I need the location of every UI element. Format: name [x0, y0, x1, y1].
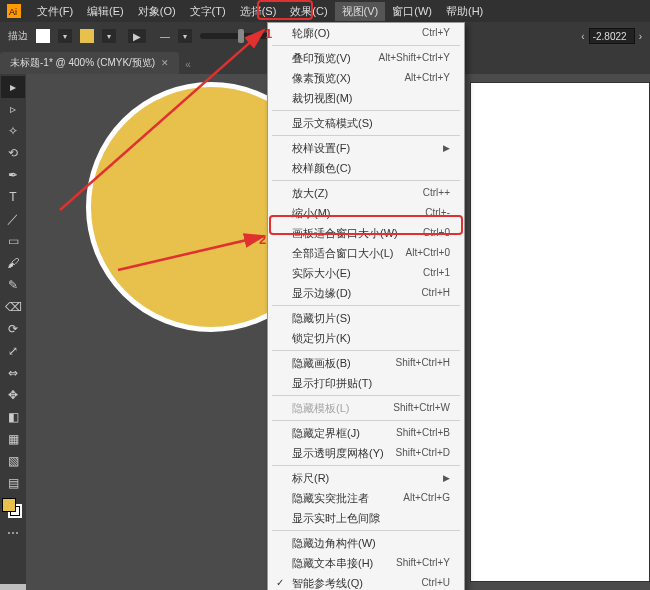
- magic-wand-tool-icon[interactable]: ✧: [1, 120, 25, 142]
- rectangle-tool-icon[interactable]: ▭: [1, 230, 25, 252]
- menu-item[interactable]: 显示打印拼贴(T): [268, 373, 464, 393]
- mesh-tool-icon[interactable]: ▧: [1, 450, 25, 472]
- menu-type[interactable]: 文字(T): [183, 2, 233, 21]
- annotation-number-2: 2: [259, 232, 266, 247]
- dash-dropdown-icon[interactable]: ▾: [178, 29, 192, 43]
- menu-item[interactable]: 轮廓(O)Ctrl+Y: [268, 23, 464, 43]
- width-tool-icon[interactable]: ⇔: [1, 362, 25, 384]
- scale-tool-icon[interactable]: ⤢: [1, 340, 25, 362]
- view-menu-dropdown: 轮廓(O)Ctrl+Y叠印预览(V)Alt+Shift+Ctrl+Y像素预览(X…: [267, 22, 465, 590]
- annotation-number-1: 1: [265, 26, 272, 41]
- document-tab[interactable]: 未标题-1* @ 400% (CMYK/预览) ✕: [0, 52, 179, 74]
- perspective-tool-icon[interactable]: ▦: [1, 428, 25, 450]
- menu-item[interactable]: 裁切视图(M): [268, 88, 464, 108]
- tab-spacer: «: [179, 55, 197, 74]
- menu-item[interactable]: 全部适合窗口大小(L)Alt+Ctrl+0: [268, 243, 464, 263]
- brush-tool-icon[interactable]: 🖌: [1, 252, 25, 274]
- menu-item[interactable]: 叠印预览(V)Alt+Shift+Ctrl+Y: [268, 48, 464, 68]
- menu-item[interactable]: 显示文稿模式(S): [268, 113, 464, 133]
- menu-item[interactable]: 显示边缘(D)Ctrl+H: [268, 283, 464, 303]
- menu-item[interactable]: 标尺(R)▶: [268, 468, 464, 488]
- menu-item[interactable]: 隐藏边角构件(W): [268, 533, 464, 553]
- ai-logo-icon: Ai: [6, 3, 22, 19]
- menubar: Ai 文件(F) 编辑(E) 对象(O) 文字(T) 选择(S) 效果(C) 视…: [0, 0, 650, 22]
- fill-dropdown-icon[interactable]: ▾: [58, 29, 72, 43]
- shape-builder-tool-icon[interactable]: ◧: [1, 406, 25, 428]
- menu-window[interactable]: 窗口(W): [385, 2, 439, 21]
- menu-item[interactable]: 隐藏实突批注者Alt+Ctrl+G: [268, 488, 464, 508]
- chevron-left-icon[interactable]: ‹: [581, 31, 584, 42]
- toolbox: ▸ ▹ ✧ ⟲ ✒ T ／ ▭ 🖌 ✎ ⌫ ⟳ ⤢ ⇔ ✥ ◧ ▦ ▧ ▤ ⋯: [0, 74, 26, 584]
- gradient-tool-icon[interactable]: ▤: [1, 472, 25, 494]
- menu-help[interactable]: 帮助(H): [439, 2, 490, 21]
- stroke-label: 描边: [8, 29, 28, 43]
- fill-swatch-icon[interactable]: [36, 29, 50, 43]
- menu-item[interactable]: 校样设置(F)▶: [268, 138, 464, 158]
- menu-item[interactable]: 隐藏文本串接(H)Shift+Ctrl+Y: [268, 553, 464, 573]
- menu-select[interactable]: 选择(S): [233, 2, 284, 21]
- menu-item[interactable]: 像素预览(X)Alt+Ctrl+Y: [268, 68, 464, 88]
- stroke-swatch-icon[interactable]: [80, 29, 94, 43]
- direct-selection-tool-icon[interactable]: ▹: [1, 98, 25, 120]
- menu-item[interactable]: 校样颜色(C): [268, 158, 464, 178]
- menu-item[interactable]: 实际大小(E)Ctrl+1: [268, 263, 464, 283]
- menu-item[interactable]: 显示透明度网格(Y)Shift+Ctrl+D: [268, 443, 464, 463]
- lasso-tool-icon[interactable]: ⟲: [1, 142, 25, 164]
- tab-close-icon[interactable]: ✕: [161, 58, 169, 68]
- numeric-field[interactable]: [589, 28, 635, 44]
- menu-item[interactable]: 隐藏定界框(J)Shift+Ctrl+B: [268, 423, 464, 443]
- eraser-tool-icon[interactable]: ⌫: [1, 296, 25, 318]
- menu-item: 隐藏模板(L)Shift+Ctrl+W: [268, 398, 464, 418]
- menu-item[interactable]: 画板适合窗口大小(W)Ctrl+0: [268, 223, 464, 243]
- type-tool-icon[interactable]: T: [1, 186, 25, 208]
- menu-item[interactable]: 隐藏切片(S): [268, 308, 464, 328]
- menu-object[interactable]: 对象(O): [131, 2, 183, 21]
- more-tools-icon[interactable]: ⋯: [1, 522, 25, 544]
- menu-edit[interactable]: 编辑(E): [80, 2, 131, 21]
- chevron-right-icon[interactable]: ›: [639, 31, 642, 42]
- rotate-tool-icon[interactable]: ⟳: [1, 318, 25, 340]
- fill-stroke-swatch-icon[interactable]: [2, 498, 24, 522]
- play-icon[interactable]: ▶: [128, 29, 146, 43]
- menu-item[interactable]: 隐藏画板(B)Shift+Ctrl+H: [268, 353, 464, 373]
- stroke-dropdown-icon[interactable]: ▾: [102, 29, 116, 43]
- menu-view[interactable]: 视图(V): [335, 2, 386, 21]
- pencil-tool-icon[interactable]: ✎: [1, 274, 25, 296]
- tab-title: 未标题-1* @ 400% (CMYK/预览): [10, 56, 155, 70]
- artboard[interactable]: [470, 82, 650, 582]
- menu-item[interactable]: 放大(Z)Ctrl++: [268, 183, 464, 203]
- pen-tool-icon[interactable]: ✒: [1, 164, 25, 186]
- free-transform-tool-icon[interactable]: ✥: [1, 384, 25, 406]
- selection-tool-icon[interactable]: ▸: [1, 76, 25, 98]
- svg-text:Ai: Ai: [9, 7, 17, 17]
- menu-effect[interactable]: 效果(C): [283, 2, 334, 21]
- menu-item[interactable]: 显示实时上色间隙: [268, 508, 464, 528]
- menu-item[interactable]: 锁定切片(K): [268, 328, 464, 348]
- menu-item[interactable]: 缩小(M)Ctrl+-: [268, 203, 464, 223]
- line-tool-icon[interactable]: ／: [1, 208, 25, 230]
- menu-file[interactable]: 文件(F): [30, 2, 80, 21]
- menu-item[interactable]: 智能参考线(Q)Ctrl+U: [268, 573, 464, 590]
